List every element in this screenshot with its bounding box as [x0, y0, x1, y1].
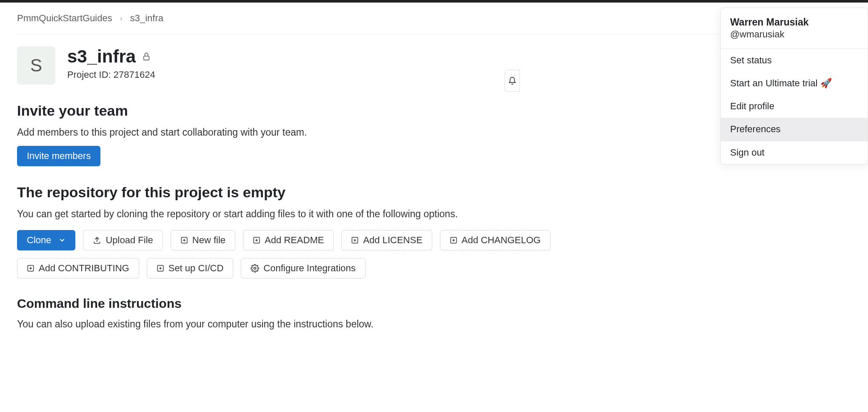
plus-square-icon: [351, 236, 359, 244]
add-changelog-label: Add CHANGELOG: [462, 236, 541, 245]
upload-file-label: Upload File: [106, 236, 153, 245]
plus-square-icon: [180, 236, 188, 244]
add-changelog-button[interactable]: Add CHANGELOG: [440, 230, 551, 250]
empty-repo-lead: You can get started by cloning the repos…: [17, 208, 851, 220]
page-content: PmmQuickStartGuides › s3_infra S s3_infr…: [0, 3, 868, 363]
clone-label: Clone: [27, 236, 51, 245]
clone-button[interactable]: Clone: [17, 230, 75, 250]
svg-rect-0: [144, 56, 149, 60]
user-menu-handle: @wmarusiak: [730, 29, 858, 40]
new-file-button[interactable]: New file: [171, 230, 235, 250]
file-actions: Clone Upload File New file Add README Ad…: [17, 230, 591, 278]
empty-repo-heading: The repository for this project is empty: [17, 184, 851, 201]
configure-integrations-button[interactable]: Configure Integrations: [241, 258, 365, 278]
plus-square-icon: [157, 264, 164, 272]
breadcrumb-root[interactable]: PmmQuickStartGuides: [17, 13, 112, 24]
breadcrumb-current[interactable]: s3_infra: [130, 13, 163, 24]
project-header-text: s3_infra Project ID: 27871624: [67, 46, 155, 80]
chevron-down-icon: [59, 237, 66, 244]
cli-heading: Command line instructions: [17, 296, 851, 311]
project-id: Project ID: 27871624: [67, 69, 155, 80]
invite-members-button[interactable]: Invite members: [17, 146, 100, 166]
svg-point-20: [254, 267, 256, 270]
upload-icon: [93, 236, 101, 244]
notifications-button[interactable]: [505, 70, 520, 92]
invite-members-label: Invite members: [27, 151, 91, 161]
setup-cicd-button[interactable]: Set up CI/CD: [147, 258, 234, 278]
user-menu-start-trial[interactable]: Start an Ultimate trial 🚀: [721, 72, 868, 95]
plus-square-icon: [450, 236, 457, 244]
plus-square-icon: [253, 236, 260, 244]
user-menu-sign-out[interactable]: Sign out: [721, 141, 868, 164]
add-readme-button[interactable]: Add README: [243, 230, 334, 250]
user-menu-edit-profile[interactable]: Edit profile: [721, 95, 868, 118]
user-menu-set-status[interactable]: Set status: [721, 49, 868, 72]
project-avatar-letter: S: [30, 55, 42, 76]
project-name: s3_infra: [67, 46, 136, 67]
cli-lead: You can also upload existing files from …: [17, 318, 851, 330]
user-menu-header: Warren Marusiak @wmarusiak: [721, 8, 868, 49]
plus-square-icon: [27, 264, 34, 272]
bell-icon: [508, 77, 517, 85]
user-menu-preferences[interactable]: Preferences: [721, 118, 868, 141]
gear-icon: [251, 264, 259, 273]
add-contributing-button[interactable]: Add CONTRIBUTING: [17, 258, 139, 278]
project-avatar: S: [17, 46, 55, 85]
add-contributing-label: Add CONTRIBUTING: [39, 264, 129, 273]
setup-cicd-label: Set up CI/CD: [168, 264, 224, 273]
breadcrumb-separator-icon: ›: [120, 14, 123, 23]
new-file-label: New file: [192, 236, 226, 245]
user-menu: Warren Marusiak @wmarusiak Set status St…: [720, 8, 868, 165]
add-license-label: Add LICENSE: [363, 236, 422, 245]
upload-file-button[interactable]: Upload File: [83, 230, 163, 250]
add-license-button[interactable]: Add LICENSE: [341, 230, 432, 250]
user-menu-name: Warren Marusiak: [730, 17, 858, 28]
add-readme-label: Add README: [265, 236, 324, 245]
configure-integrations-label: Configure Integrations: [263, 264, 355, 273]
lock-icon: [142, 52, 151, 61]
